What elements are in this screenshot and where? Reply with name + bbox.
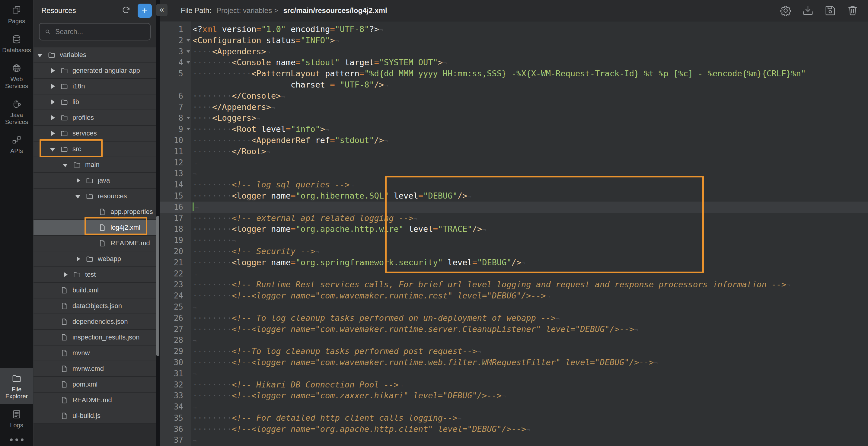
line-number[interactable]: 28 (160, 334, 191, 346)
code-line-37[interactable]: 37¬ (160, 435, 868, 446)
line-number[interactable]: 34 (160, 401, 191, 413)
fold-caret-icon[interactable] (187, 39, 190, 43)
line-number[interactable]: 21 (160, 257, 191, 268)
tree-row-profiles[interactable]: profiles (33, 110, 156, 126)
code-line-36[interactable]: 36········<!--<logger name="org.apache.h… (160, 424, 868, 435)
tree-row-test[interactable]: test (33, 267, 156, 283)
line-number[interactable]: 1 (160, 24, 191, 35)
tree-row-mvnw[interactable]: mvnw (33, 346, 156, 361)
line-number[interactable]: 26 (160, 313, 191, 324)
fold-caret-icon[interactable] (187, 51, 190, 55)
tree-row-webapp[interactable]: webapp (33, 251, 156, 267)
code-line-27[interactable]: 27········<!--<logger name="com.wavemake… (160, 324, 868, 335)
code-line-7[interactable]: 7····</Appenders>¬ (160, 102, 868, 113)
line-number[interactable]: 27 (160, 324, 191, 335)
code-line-10[interactable]: 10············<AppenderRef ref="stdout"/… (160, 135, 868, 146)
line-number[interactable]: 12 (160, 157, 191, 168)
code-line-23[interactable]: 23········<!-- Runtime Rest services cal… (160, 279, 868, 290)
code-line-20[interactable]: 20········<!-- Security -->¬ (160, 246, 868, 257)
tree-row-ui-build-js[interactable]: ui-build.js (33, 408, 156, 424)
tree-row-variables[interactable]: variables (33, 47, 156, 63)
line-number[interactable]: 31 (160, 368, 191, 379)
code-line-3[interactable]: 3····<Appenders>¬ (160, 46, 868, 57)
tree-row-lib[interactable]: lib (33, 94, 156, 110)
rail-item-logs[interactable]: Logs (0, 404, 33, 433)
line-number[interactable]: 14 (160, 179, 191, 190)
tree-row-main[interactable]: main (33, 157, 156, 173)
code-line-29[interactable]: 29········<!--To log cleanup tasks perfo… (160, 346, 868, 357)
code-line-35[interactable]: 35········<!-- For detailed http client … (160, 413, 868, 424)
sidebar-scrollbar-thumb[interactable] (156, 216, 159, 356)
search-input[interactable] (55, 28, 145, 36)
caret-down-icon[interactable] (74, 194, 82, 198)
code-line-11[interactable]: 11········</Root>¬ (160, 146, 868, 157)
code-line-19[interactable]: 19········¬ (160, 235, 868, 246)
line-number[interactable]: 33 (160, 390, 191, 401)
code-line-9[interactable]: 9········<Root level="info">¬ (160, 124, 868, 135)
line-number[interactable]: 30 (160, 357, 191, 368)
code-line-5[interactable]: 5············<PatternLayout pattern="%d{… (160, 68, 868, 79)
line-number[interactable]: 13 (160, 168, 191, 179)
rail-item-java-services[interactable]: Java Services (0, 94, 33, 130)
code-line-wrap[interactable]: charset = "UTF-8"/>¬ (160, 79, 868, 91)
code-line-32[interactable]: 32········<!-- Hikari DB Connection Pool… (160, 379, 868, 390)
line-number[interactable]: 29 (160, 346, 191, 357)
caret-right-icon[interactable] (61, 272, 69, 277)
add-resource-button[interactable]: + (137, 4, 152, 18)
caret-down-icon[interactable] (36, 53, 44, 57)
code-line-22[interactable]: 22¬ (160, 268, 868, 280)
line-number[interactable]: 37 (160, 435, 191, 446)
caret-down-icon[interactable] (61, 163, 69, 167)
rail-item-databases[interactable]: Databases (0, 29, 33, 58)
caret-right-icon[interactable] (49, 84, 56, 89)
more-options-button[interactable] (0, 433, 33, 446)
line-number[interactable]: 8 (160, 113, 191, 124)
code-line-13[interactable]: 13¬ (160, 168, 868, 179)
code-line-2[interactable]: 2<Configuration status="INFO">¬ (160, 35, 868, 46)
line-number[interactable]: 25 (160, 301, 191, 313)
tree-row-mvnw-cmd[interactable]: mvnw.cmd (33, 361, 156, 377)
rail-item-apis[interactable]: APIs (0, 130, 33, 159)
line-number[interactable]: 23 (160, 279, 191, 290)
line-number[interactable]: 11 (160, 146, 191, 157)
code-line-30[interactable]: 30········<!--<logger name="com.wavemake… (160, 357, 868, 368)
code-line-4[interactable]: 4········<Console name="stdout" target="… (160, 57, 868, 68)
code-line-15[interactable]: 15········<logger name="org.hibernate.SQ… (160, 190, 868, 201)
code-line-26[interactable]: 26········<!-- To log cleanup tasks perf… (160, 313, 868, 324)
code-line-18[interactable]: 18········<logger name="org.apache.http.… (160, 224, 868, 235)
tree-row-app-properties[interactable]: app.properties (33, 204, 156, 220)
code-line-1[interactable]: 1<?xml version="1.0" encoding="UTF-8"?>¬ (160, 24, 868, 35)
line-number[interactable]: 16 (160, 201, 191, 213)
delete-button[interactable] (846, 4, 860, 18)
code-line-25[interactable]: 25¬ (160, 301, 868, 313)
caret-right-icon[interactable] (74, 256, 82, 261)
line-number[interactable]: 24 (160, 290, 191, 301)
line-number[interactable]: 32 (160, 379, 191, 390)
tree-row-src[interactable]: src (33, 141, 156, 157)
code-line-17[interactable]: 17········<!-- external api related logg… (160, 213, 868, 224)
code-line-12[interactable]: 12¬ (160, 157, 868, 168)
line-number[interactable]: 2 (160, 35, 191, 46)
tree-row-resources[interactable]: resources (33, 189, 156, 204)
line-number[interactable]: 5 (160, 68, 191, 79)
search-box[interactable] (39, 23, 151, 40)
line-number[interactable]: 20 (160, 246, 191, 257)
code-line-6[interactable]: 6········</Console>¬ (160, 91, 868, 102)
caret-down-icon[interactable] (49, 147, 56, 152)
fold-caret-icon[interactable] (187, 117, 190, 121)
code-line-28[interactable]: 28¬ (160, 334, 868, 346)
tree-row-readme-md[interactable]: README.md (33, 392, 156, 408)
code-editor[interactable]: 1<?xml version="1.0" encoding="UTF-8"?>¬… (160, 22, 868, 446)
code-line-24[interactable]: 24········<!--<logger name="com.wavemake… (160, 290, 868, 301)
tree-row-log4j2-xml[interactable]: log4j2.xml (33, 220, 156, 236)
tree-row-dataobjects-json[interactable]: dataObjects.json (33, 298, 156, 314)
tree-row-java[interactable]: java (33, 173, 156, 189)
tree-row-pom-xml[interactable]: pom.xml (33, 377, 156, 392)
save-button[interactable] (823, 4, 837, 18)
code-line-21[interactable]: 21········<logger name="org.springframew… (160, 257, 868, 268)
rail-item-pages[interactable]: Pages (0, 0, 33, 29)
line-number[interactable] (160, 79, 191, 91)
tree-row-build-xml[interactable]: build.xml (33, 283, 156, 298)
caret-right-icon[interactable] (74, 178, 82, 183)
caret-right-icon[interactable] (49, 131, 56, 136)
